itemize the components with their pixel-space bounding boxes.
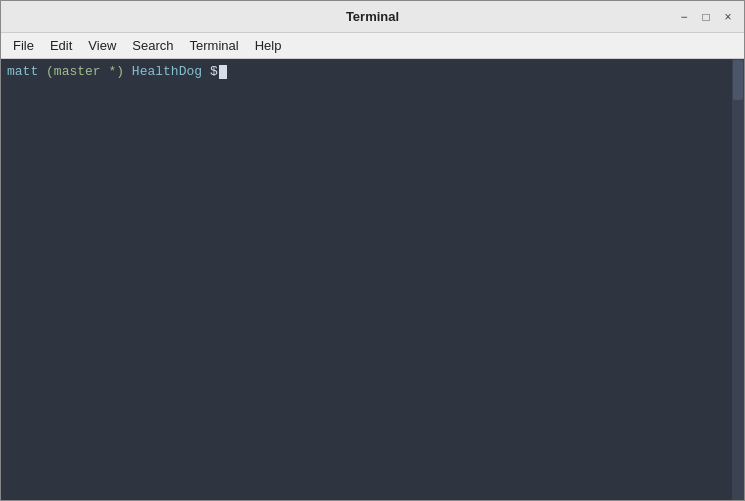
maximize-button[interactable]: □ — [698, 9, 714, 25]
menu-edit[interactable]: Edit — [42, 35, 80, 56]
menu-view[interactable]: View — [80, 35, 124, 56]
scrollbar[interactable] — [732, 59, 744, 500]
minimize-button[interactable]: − — [676, 9, 692, 25]
menu-terminal[interactable]: Terminal — [182, 35, 247, 56]
window-controls: − □ × — [676, 9, 736, 25]
menu-help[interactable]: Help — [247, 35, 290, 56]
prompt-dir: HealthDog — [124, 63, 210, 81]
menu-search[interactable]: Search — [124, 35, 181, 56]
menu-bar: File Edit View Search Terminal Help — [1, 33, 744, 59]
prompt-user: matt — [7, 63, 38, 81]
close-button[interactable]: × — [720, 9, 736, 25]
prompt-branch: (master *) — [38, 63, 124, 81]
prompt-symbol: $ — [210, 63, 218, 81]
scrollbar-thumb[interactable] — [733, 60, 743, 100]
terminal-content: matt (master *) HealthDog $ — [7, 63, 738, 81]
window-title: Terminal — [346, 9, 399, 24]
terminal-cursor — [219, 65, 227, 79]
title-bar: Terminal − □ × — [1, 1, 744, 33]
terminal-body[interactable]: matt (master *) HealthDog $ — [1, 59, 744, 500]
menu-file[interactable]: File — [5, 35, 42, 56]
terminal-prompt: matt (master *) HealthDog $ — [7, 63, 738, 81]
terminal-window: Terminal − □ × File Edit View Search Ter… — [0, 0, 745, 501]
